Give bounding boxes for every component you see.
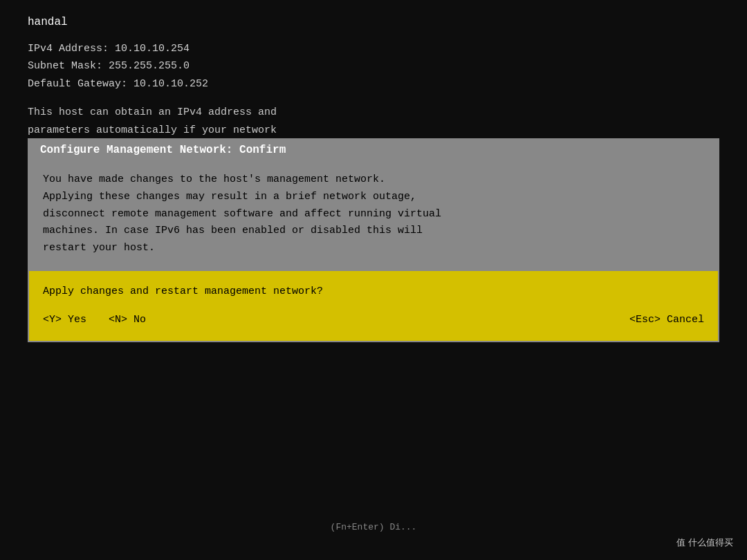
yes-button[interactable]: <Y> Yes [43, 314, 86, 326]
default-gateway-value: 10.10.10.252 [133, 78, 208, 90]
ipv4-address-line: IPv4 Address: 10.10.10.254 [28, 40, 719, 58]
watermark: 值 什么值得买 [676, 536, 733, 549]
network-info: IPv4 Address: 10.10.10.254 Subnet Mask: … [28, 40, 719, 93]
subnet-mask-line: Subnet Mask: 255.255.255.0 [28, 57, 719, 75]
confirm-buttons: <Y> Yes <N> No <Esc> Cancel [43, 314, 704, 326]
default-gateway-label: Default Gateway: [28, 78, 127, 90]
default-gateway-line: Default Gateway: 10.10.10.252 [28, 75, 719, 93]
bg-title: handal [28, 14, 719, 32]
no-button[interactable]: <N> No [109, 314, 146, 326]
bottom-hint: (Fn+Enter) Di... [331, 522, 417, 532]
dialog-body-text: You have made changes to the host's mana… [43, 174, 441, 254]
subnet-mask-value: 255.255.255.0 [109, 60, 190, 72]
dialog-title: Configure Management Network: Confirm [29, 140, 718, 160]
screen: handal IPv4 Address: 10.10.10.254 Subnet… [0, 0, 747, 560]
subnet-mask-label: Subnet Mask: [28, 60, 102, 72]
ipv4-address-label: IPv4 Address: [28, 43, 109, 55]
confirm-dialog: Configure Management Network: Confirm Yo… [28, 138, 719, 342]
confirm-question: Apply changes and restart management net… [43, 283, 704, 300]
cancel-button[interactable]: <Esc> Cancel [629, 314, 704, 326]
left-buttons: <Y> Yes <N> No [43, 314, 146, 326]
dialog-confirm-section: Apply changes and restart management net… [29, 271, 718, 341]
dialog-body: You have made changes to the host's mana… [29, 160, 718, 271]
ipv4-address-value: 10.10.10.254 [115, 43, 190, 55]
